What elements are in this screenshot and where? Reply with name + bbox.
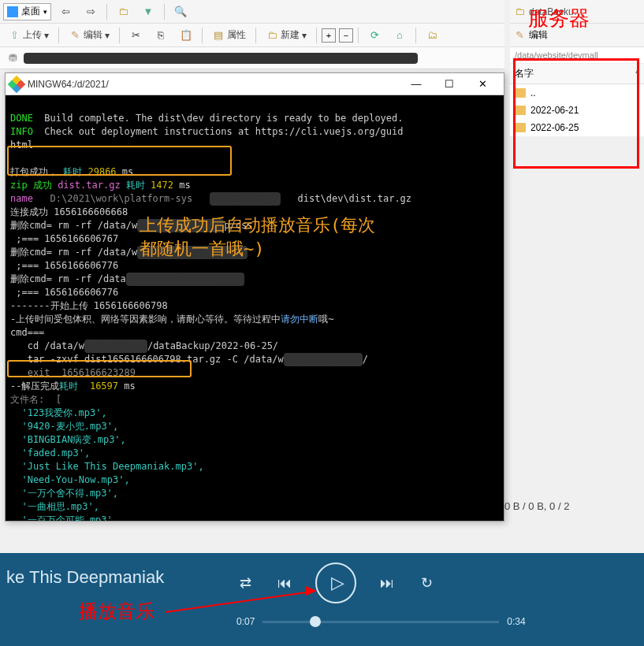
location-label: 桌面 [21, 5, 40, 18]
t-line: ms [173, 180, 191, 191]
list-icon: ▤ [212, 29, 225, 42]
separator [58, 28, 59, 43]
t-line: 删除cmd= rm -rf /data/w [10, 247, 137, 258]
terminal-window: MINGW64:/d/2021/ — ☐ ✕ DONE Build comple… [5, 72, 504, 522]
nav-back-button[interactable]: ⇦ [54, 3, 76, 20]
search-icon: 🔍 [174, 6, 187, 18]
window-controls: — ☐ ✕ [400, 75, 499, 94]
status-bar-text: 0 B / 0 B, 0 / 2 [504, 500, 569, 512]
t-song: '一万个舍不得.mp3', [10, 488, 118, 499]
anno-line-2: 都随机一首哦~) [140, 239, 265, 258]
shuffle-button[interactable]: ⇄ [236, 574, 254, 592]
expand-button[interactable]: + [322, 28, 336, 43]
prev-icon: ⏮ [277, 575, 292, 592]
t-line: -------开始上传 1656166606798 [10, 300, 168, 311]
annotation-box-timing-1 [7, 146, 232, 176]
progress-thumb[interactable] [310, 616, 321, 627]
properties-button[interactable]: ▤ 属性 [207, 26, 251, 44]
pencil-icon: ✎ [513, 29, 526, 42]
refresh-icon: ⟳ [368, 29, 381, 42]
separator [106, 4, 107, 20]
arrow-left-icon: ⇦ [59, 6, 72, 18]
t-song: '9420-麦小兜.mp3', [10, 421, 118, 432]
nav-fwd-button[interactable]: ⇨ [80, 3, 102, 20]
copy-button[interactable]: ⎘ [150, 27, 172, 44]
folder-icon: 🗀 [117, 6, 129, 18]
t-line: D:\2021\work\platform-sys [33, 193, 192, 204]
annotation-box-server [513, 58, 639, 169]
terminal-body[interactable]: DONE Build complete. The dist\dev direct… [6, 95, 504, 521]
arrow-right-icon: ⇨ [84, 6, 97, 18]
annotation-box-timing-2 [7, 360, 192, 377]
cut-button[interactable]: ✂ [125, 27, 147, 44]
player-controls: ⇄ ⏮ ▷ ⏭ ↻ [236, 562, 435, 603]
upload-button[interactable]: ⇧ 上传 ▾ [3, 26, 54, 44]
find-button[interactable]: 🔍 [169, 3, 192, 20]
props-label: 属性 [227, 28, 246, 42]
t-line: ;=== 1656166606776 [10, 287, 118, 298]
paste-icon: 📋 [180, 29, 192, 42]
t-line: ms [118, 381, 136, 392]
t-line: name [10, 193, 33, 204]
t-line: 耗时 [121, 180, 145, 191]
maximize-button[interactable]: ☐ [433, 75, 466, 94]
separator [202, 28, 203, 43]
t-line: DONE [10, 113, 33, 124]
chevron-down-icon: ▾ [43, 8, 47, 16]
t-song: 'faded.mp3', [10, 447, 90, 459]
progress-track[interactable] [262, 621, 499, 623]
toolbar-row-1: 桌面 ▾ ⇦ ⇨ 🗀 ▼ 🔍 [0, 0, 504, 24]
close-button[interactable]: ✕ [466, 75, 499, 94]
collapse-button[interactable]: − [339, 28, 353, 43]
repeat-button[interactable]: ↻ [418, 574, 435, 592]
edit-label: 编辑 [84, 28, 102, 42]
t-line: 文件名: [ [10, 394, 61, 405]
time-current: 0:07 [236, 616, 255, 627]
tree-button[interactable]: 🗂 [421, 27, 443, 44]
t-line: zip 成功 [10, 180, 52, 191]
annotation-music: 上传成功后自动播放音乐(每次 都随机一首哦~) [140, 213, 375, 261]
separator [255, 28, 256, 43]
terminal-title-text: MINGW64:/d/2021/ [28, 79, 400, 90]
next-button[interactable]: ⏭ [378, 574, 396, 592]
t-song: 'Just Like This Deepmaniak.mp3', [10, 461, 204, 472]
refresh-button[interactable]: ⟳ [363, 27, 385, 44]
separator [415, 28, 416, 43]
t-line: -上传时间受包体积、网络等因素影响，请耐心等待。等待过程中 [10, 314, 281, 325]
shuffle-icon: ⇄ [240, 574, 251, 592]
t-song: '一百万个可能.mp3', [10, 514, 118, 521]
annotation-play-music: 播放音乐 [79, 599, 154, 624]
home-button[interactable]: ⌂ [389, 27, 411, 44]
play-button[interactable]: ▷ [315, 562, 356, 603]
drive-icon: ⛃ [6, 52, 19, 65]
new-folder-icon: 🗀 [266, 29, 278, 42]
t-line: 耗时 [59, 381, 78, 392]
t-line: INFO [10, 126, 33, 137]
t-line: 请勿中断 [281, 314, 318, 325]
t-line: cd /data/w [10, 340, 84, 351]
repeat-icon: ↻ [421, 574, 433, 592]
mingw-icon [8, 75, 26, 93]
cut-icon: ✂ [129, 29, 142, 42]
minimize-button[interactable]: — [400, 75, 433, 94]
t-line: Build complete. The dist\dev directory i… [33, 113, 404, 124]
new-label: 新建 [281, 28, 300, 42]
filter-button[interactable]: ▼ [137, 3, 159, 20]
location-dropdown[interactable]: 桌面 ▾ [3, 3, 51, 20]
t-line: 连接成功 1656166606668 [10, 206, 128, 217]
upload-icon: ⇧ [8, 29, 20, 42]
path-blurred [24, 53, 418, 64]
terminal-titlebar: MINGW64:/d/2021/ — ☐ ✕ [6, 73, 504, 95]
t-song: '123我爱你.mp3', [10, 407, 107, 418]
folder-icon: 🗀 [513, 6, 526, 18]
folder-button[interactable]: 🗀 [112, 3, 134, 20]
t-song: '一曲相思.mp3', [10, 501, 99, 512]
new-button[interactable]: 🗀 新建 ▾ [261, 26, 311, 44]
funnel-icon: ▼ [142, 6, 154, 18]
t-line: ;=== 1656166606767 [10, 233, 118, 244]
prev-button[interactable]: ⏮ [276, 574, 293, 592]
next-icon: ⏭ [380, 575, 394, 592]
paste-button[interactable]: 📋 [175, 27, 197, 44]
t-line: 1472 [151, 180, 173, 191]
edit-button[interactable]: ✎ 编辑 ▾ [64, 26, 114, 44]
